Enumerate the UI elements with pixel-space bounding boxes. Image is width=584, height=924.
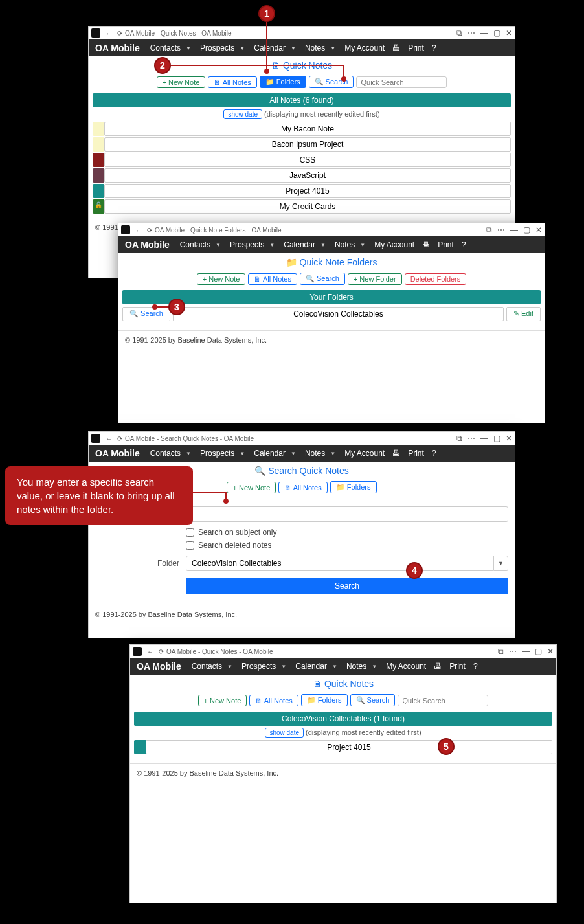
search-button[interactable]: 🔍 Search [300, 273, 345, 285]
show-date-button[interactable]: show date [223, 109, 262, 119]
all-notes-button[interactable]: 🗎 All Notes [278, 482, 327, 493]
chevron-down-icon[interactable]: ▼ [269, 242, 275, 248]
chevron-down-icon[interactable]: ▼ [240, 451, 245, 456]
chevron-down-icon[interactable]: ▼ [320, 242, 326, 248]
subject-only-checkbox[interactable] [186, 528, 194, 537]
brand[interactable]: OA Mobile [125, 240, 170, 250]
more-icon[interactable]: ⋯ [467, 434, 475, 443]
menu-calendar[interactable]: Calendar [251, 42, 288, 54]
menu-notes[interactable]: Notes [302, 42, 328, 54]
folder-search-button[interactable]: 🔍 Search [122, 307, 170, 321]
note-row[interactable]: JavaScript [93, 168, 511, 183]
folders-button[interactable]: 📁 Folders [301, 694, 348, 706]
maximize-icon[interactable]: ▢ [523, 225, 530, 234]
chevron-down-icon[interactable]: ▼ [291, 45, 296, 51]
refresh-icon[interactable]: ⟳ [117, 435, 122, 442]
chevron-down-icon[interactable]: ▼ [216, 242, 221, 248]
menu-calendar[interactable]: Calendar [281, 239, 318, 251]
more-icon[interactable]: ⋯ [497, 225, 505, 234]
all-notes-button[interactable]: 🗎 All Notes [248, 273, 297, 285]
brand[interactable]: OA Mobile [95, 448, 140, 458]
close-icon[interactable]: ✕ [506, 434, 512, 443]
chevron-down-icon[interactable]: ▼ [494, 556, 508, 571]
menu-contacts[interactable]: Contacts [148, 447, 183, 459]
menu-help[interactable]: ? [429, 447, 439, 459]
chevron-down-icon[interactable]: ▼ [281, 664, 286, 670]
app-menu-icon[interactable]: ⧉ [498, 647, 504, 656]
maximize-icon[interactable]: ▢ [493, 434, 500, 443]
all-notes-button[interactable]: 🗎 All Notes [249, 695, 298, 706]
note-row[interactable]: Bacon Ipsum Project [93, 137, 511, 152]
maximize-icon[interactable]: ▢ [535, 647, 542, 656]
back-icon[interactable]: ← [147, 648, 153, 655]
chevron-down-icon[interactable]: ▼ [186, 451, 191, 456]
close-icon[interactable]: ✕ [535, 225, 542, 234]
chevron-down-icon[interactable]: ▼ [372, 664, 377, 670]
menu-my-account[interactable]: My Account [372, 239, 417, 251]
print-icon[interactable]: 🖶 [420, 239, 432, 251]
new-note-button[interactable]: + New Note [197, 273, 246, 285]
note-row[interactable]: My Bacon Note [93, 122, 511, 136]
chevron-down-icon[interactable]: ▼ [291, 451, 296, 456]
menu-notes[interactable]: Notes [302, 447, 328, 459]
app-menu-icon[interactable]: ⧉ [486, 225, 492, 234]
menu-my-account[interactable]: My Account [383, 660, 429, 672]
menu-notes[interactable]: Notes [344, 660, 369, 672]
menu-prospects[interactable]: Prospects [197, 447, 237, 459]
folder-select[interactable]: ColecoVision Collectables [186, 556, 494, 571]
minimize-icon[interactable]: — [480, 434, 488, 443]
menu-contacts[interactable]: Contacts [189, 660, 225, 672]
do-search-button[interactable]: Search [186, 578, 508, 594]
deleted-folders-button[interactable]: Deleted Folders [405, 273, 467, 285]
folder-edit-button[interactable]: ✎ Edit [506, 307, 541, 321]
menu-print[interactable]: Print [435, 239, 456, 251]
menu-help[interactable]: ? [429, 42, 439, 54]
menu-my-account[interactable]: My Account [342, 42, 387, 54]
menu-help[interactable]: ? [459, 239, 469, 251]
chevron-down-icon[interactable]: ▼ [240, 45, 245, 51]
menu-print[interactable]: Print [447, 660, 468, 672]
chevron-down-icon[interactable]: ▼ [186, 45, 191, 51]
note-row[interactable]: 🔒My Credit Cards [93, 199, 511, 214]
print-icon[interactable]: 🖶 [390, 42, 403, 54]
chevron-down-icon[interactable]: ▼ [330, 45, 335, 51]
menu-calendar[interactable]: Calendar [251, 447, 288, 459]
menu-notes[interactable]: Notes [332, 239, 357, 251]
all-notes-button[interactable]: 🗎 All Notes [208, 76, 256, 88]
note-row[interactable]: Project 4015 [93, 184, 511, 198]
more-icon[interactable]: ⋯ [467, 28, 475, 38]
note-row[interactable]: CSS [93, 153, 511, 167]
app-menu-icon[interactable]: ⧉ [456, 28, 462, 38]
print-icon[interactable]: 🖶 [390, 447, 403, 459]
menu-contacts[interactable]: Contacts [177, 239, 213, 251]
new-note-button[interactable]: + New Note [157, 76, 206, 88]
close-icon[interactable]: ✕ [506, 28, 512, 38]
menu-print[interactable]: Print [405, 42, 427, 54]
minimize-icon[interactable]: — [510, 225, 518, 234]
chevron-down-icon[interactable]: ▼ [360, 242, 365, 248]
search-for-input[interactable] [186, 506, 508, 522]
minimize-icon[interactable]: — [480, 28, 488, 38]
app-menu-icon[interactable]: ⧉ [456, 434, 462, 443]
quick-search-input[interactable] [356, 76, 447, 88]
folders-button[interactable]: 📁 Folders [330, 481, 377, 493]
brand[interactable]: OA Mobile [137, 661, 181, 671]
quick-search-input[interactable] [398, 695, 488, 706]
deleted-notes-checkbox[interactable] [186, 541, 194, 550]
more-icon[interactable]: ⋯ [509, 647, 517, 656]
new-note-button[interactable]: + New Note [198, 695, 247, 706]
back-icon[interactable]: ← [135, 227, 142, 234]
menu-help[interactable]: ? [471, 660, 480, 672]
folders-button[interactable]: 📁 Folders [260, 76, 306, 88]
maximize-icon[interactable]: ▢ [493, 28, 500, 38]
refresh-icon[interactable]: ⟳ [117, 30, 122, 37]
menu-contacts[interactable]: Contacts [148, 42, 183, 54]
minimize-icon[interactable]: — [522, 647, 530, 656]
back-icon[interactable]: ← [106, 435, 112, 442]
menu-prospects[interactable]: Prospects [197, 42, 237, 54]
refresh-icon[interactable]: ⟳ [159, 648, 164, 655]
new-note-button[interactable]: + New Note [227, 482, 276, 493]
menu-prospects[interactable]: Prospects [227, 239, 267, 251]
search-button[interactable]: 🔍 Search [350, 694, 396, 706]
menu-prospects[interactable]: Prospects [239, 660, 278, 672]
